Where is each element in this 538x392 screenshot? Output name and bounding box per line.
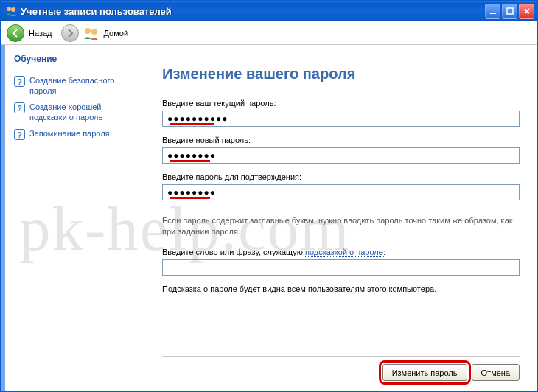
sidebar-heading: Обучение (14, 54, 137, 69)
close-button[interactable] (519, 4, 534, 19)
sidebar-item-password-hint[interactable]: ? Создание хорошей подсказки о пароле (14, 102, 137, 122)
back-label: Назад (29, 29, 52, 38)
home-icon[interactable] (83, 27, 99, 40)
svg-point-1 (11, 7, 15, 12)
cancel-button[interactable]: Отмена (472, 364, 520, 381)
current-password-label: Введите ваш текущий пароль: (162, 99, 520, 108)
annotation-underline (170, 123, 214, 125)
sidebar: Обучение ? Создание безопасного пароля ?… (1, 45, 144, 391)
svg-point-4 (85, 28, 91, 34)
titlebar: Учетные записи пользователей (1, 1, 537, 21)
hint-help-link[interactable]: подсказкой о пароле: (305, 248, 385, 257)
nav-toolbar: Назад Домой (1, 21, 537, 45)
minimize-button[interactable] (485, 4, 500, 19)
svg-point-5 (91, 29, 97, 35)
svg-rect-2 (490, 13, 496, 14)
main-content: pk-help.com Изменение вашего пароля Введ… (144, 45, 537, 391)
users-icon (5, 5, 17, 17)
new-password-input[interactable] (162, 147, 520, 164)
sidebar-item-label: Создание хорошей подсказки о пароле (29, 102, 137, 122)
change-password-button[interactable]: Изменить пароль (382, 364, 467, 381)
sidebar-item-label: Запоминание пароля (29, 128, 110, 139)
sidebar-item-label: Создание безопасного пароля (29, 75, 137, 96)
forward-button[interactable] (61, 24, 79, 42)
svg-point-0 (7, 7, 11, 11)
back-button[interactable] (7, 24, 24, 42)
maximize-button[interactable] (502, 4, 517, 19)
caps-note: Если пароль содержит заглавные буквы, ну… (162, 215, 520, 237)
confirm-password-input[interactable] (162, 184, 520, 200)
hint-visibility-note: Подсказка о пароле будет видна всем поль… (162, 284, 520, 293)
confirm-password-label: Введите пароль для подтверждения: (162, 172, 520, 181)
help-icon: ? (14, 76, 25, 87)
password-hint-input[interactable] (162, 259, 520, 276)
svg-rect-3 (507, 8, 513, 14)
sidebar-item-safe-password[interactable]: ? Создание безопасного пароля (14, 75, 137, 96)
page-title: Изменение вашего пароля (162, 66, 520, 83)
new-password-label: Введите новый пароль: (162, 136, 520, 144)
window-title: Учетные записи пользователей (21, 6, 483, 17)
help-icon: ? (14, 129, 25, 140)
annotation-underline (170, 197, 210, 199)
sidebar-item-remember-password[interactable]: ? Запоминание пароля (14, 128, 137, 140)
body: Обучение ? Создание безопасного пароля ?… (1, 45, 537, 391)
help-icon: ? (14, 102, 25, 113)
footer: Изменить пароль Отмена (162, 356, 520, 381)
hint-label-text: Введите слово или фразу, служащую (162, 248, 305, 256)
annotation-underline (170, 160, 210, 162)
window: Учетные записи пользователей Назад До (0, 0, 538, 392)
hint-label: Введите слово или фразу, служащую подска… (162, 248, 520, 256)
current-password-input[interactable] (162, 111, 520, 127)
home-label: Домой (104, 29, 129, 38)
